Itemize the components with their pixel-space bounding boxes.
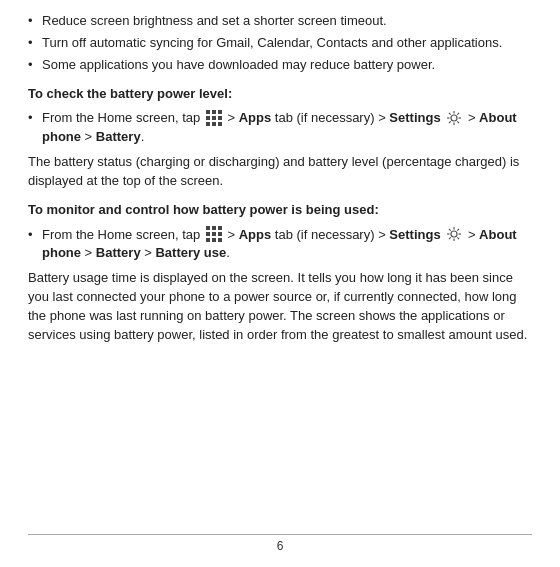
grid-cell [206,238,210,242]
settings-gear-icon [446,110,462,126]
arrow1: > [227,110,238,125]
svg-line-15 [458,237,460,239]
bullet-dot: • [28,12,42,31]
bullet-text: Turn off automatic syncing for Gmail, Ca… [42,34,532,53]
section1-body: The battery status (charging or discharg… [28,153,532,191]
svg-line-17 [449,237,451,239]
section2-instruction-text: From the Home screen, tap > Apps tab (if… [42,226,532,264]
bullet-text: Some applications you have downloaded ma… [42,56,532,75]
apps-grid-icon-2 [206,226,222,242]
section2-heading: To monitor and control how battery power… [28,201,532,220]
tab-text2: tab (if necessary) > [271,227,389,242]
page-footer: 6 [28,534,532,553]
grid-cell [212,232,216,236]
grid-cell [212,110,216,114]
section1-instruction: • From the Home screen, tap > Apps tab (… [28,109,532,147]
svg-line-5 [449,113,451,115]
apps-label: Apps [239,110,272,125]
svg-line-7 [458,113,460,115]
battery-label-2: Battery [96,245,141,260]
svg-line-14 [449,229,451,231]
grid-cell [218,116,222,120]
arrow4: > [227,227,238,242]
grid-cell [212,116,216,120]
section1-heading: To check the battery power level: [28,85,532,104]
grid-cell [206,226,210,230]
arrow6: > [81,245,96,260]
grid-cell [212,238,216,242]
settings-gear-icon-2 [446,226,462,242]
svg-line-16 [458,229,460,231]
grid-cell [212,122,216,126]
grid-cell [206,232,210,236]
section2-instruction: • From the Home screen, tap > Apps tab (… [28,226,532,264]
settings-label: Settings [389,110,440,125]
battery-use-label: Battery use [155,245,226,260]
grid-cell [206,122,210,126]
svg-point-9 [451,231,457,237]
arrow5: > [468,227,479,242]
bullet-text: Reduce screen brightness and set a short… [42,12,532,31]
tab-text: tab (if necessary) > [271,110,389,125]
apps-grid-icon [206,110,222,126]
page-content: • Reduce screen brightness and set a sho… [0,0,560,385]
grid-cell [206,110,210,114]
instruction-pre: From the Home screen, tap [42,110,200,125]
section1-instruction-text: From the Home screen, tap > Apps tab (if… [42,109,532,147]
section2-body: Battery usage time is displayed on the s… [28,269,532,344]
arrow2: > [468,110,479,125]
bullet-dot: • [28,226,42,245]
grid-cell [218,226,222,230]
list-item: • Reduce screen brightness and set a sho… [28,12,532,31]
grid-cell [218,122,222,126]
apps-label-2: Apps [239,227,272,242]
grid-cell [218,110,222,114]
instruction-pre2: From the Home screen, tap [42,227,200,242]
bullet-dot: • [28,109,42,128]
list-item: • Turn off automatic syncing for Gmail, … [28,34,532,53]
period2: . [226,245,230,260]
grid-cell [218,238,222,242]
bullet-dot: • [28,34,42,53]
settings-label-2: Settings [389,227,440,242]
grid-cell [212,226,216,230]
battery-label: Battery [96,129,141,144]
grid-cell [218,232,222,236]
grid-cell [206,116,210,120]
svg-point-0 [451,115,457,121]
page-number: 6 [277,539,284,553]
list-item: • Some applications you have downloaded … [28,56,532,75]
svg-line-8 [449,121,451,123]
bullet-dot: • [28,56,42,75]
arrow7: > [141,245,156,260]
arrow3: > [81,129,96,144]
period1: . [141,129,145,144]
svg-line-6 [458,121,460,123]
top-bullet-list: • Reduce screen brightness and set a sho… [28,12,532,75]
